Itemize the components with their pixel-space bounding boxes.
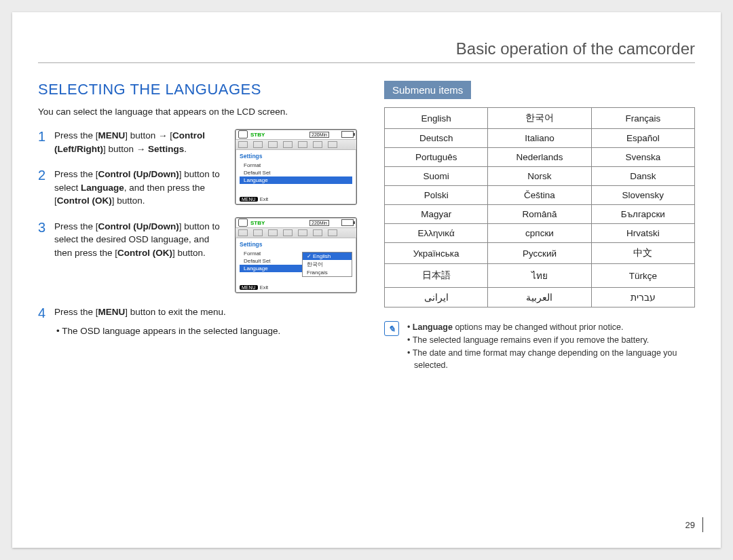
note-1: Language options may be changed without … [406,321,695,334]
language-cell: Türkçe [591,264,694,288]
language-cell: עברית [591,288,694,307]
language-cell: ไทย [488,264,591,288]
table-row: SuomiNorskDansk [385,167,695,186]
table-row: 日本語ไทยTürkçe [385,264,695,288]
language-popup: ✓English 한국어 Français [302,252,352,277]
step-text: Press the [Control (Up/Down)] button to … [54,168,223,208]
language-cell: српски [488,224,591,243]
step-4: 4 Press the [MENU] button to exit the me… [38,305,357,337]
popup-item-korean: 한국어 [303,260,352,269]
language-cell: Norsk [488,167,591,186]
right-column: Submenu items English한국어FrançaisDeutschI… [384,81,695,372]
language-cell: Русский [488,243,591,264]
language-cell: English [385,108,488,129]
step-2: 2 Press the [Control (Up/Down)] button t… [38,168,228,208]
menu-tag: MENU [240,285,258,290]
note-3: The date and time format may change depe… [406,347,695,373]
settings-heading: Settings [240,241,352,248]
menu-tag: MENU [240,197,258,202]
popup-item-francais: Français [303,269,352,276]
language-cell: Українська [385,243,488,264]
language-cell: Dansk [591,167,694,186]
language-cell: Nederlands [488,148,591,167]
step-text: Press the [Control (Up/Down)] button to … [54,220,223,260]
note-list: Language options may be changed without … [406,321,695,372]
language-cell: Čeština [488,186,591,205]
step-number: 1 [38,129,54,155]
status-stby: STBY [250,132,265,138]
language-cell: Slovensky [591,186,694,205]
popup-item-english-selected: ✓English [303,253,352,260]
language-cell: Italiano [488,129,591,148]
table-row: УкраїнськаРусский中文 [385,243,695,264]
step-1: 1 Press the [MENU] button → [Control (Le… [38,129,228,155]
table-row: ایرانیالعربيةעברית [385,288,695,307]
header-divider [38,62,695,63]
language-cell: Español [591,129,694,148]
menu-item-default-set: Default Set [240,169,352,176]
language-table: English한국어FrançaisDeutschItalianoEspañol… [384,107,695,307]
time-remaining: 220Min [309,220,329,226]
left-column: SELECTING THE LANGUAGES You can select t… [38,81,357,372]
footer-exit: MENUExit [240,196,268,202]
section-title: SELECTING THE LANGUAGES [38,81,357,98]
language-cell: Magyar [385,205,488,224]
submenu-items-label: Submenu items [384,81,471,99]
note-2: The selected language remains even if yo… [406,334,695,347]
table-row: ΕλληνικάсрпскиHrvatski [385,224,695,243]
language-cell: Deutsch [385,129,488,148]
battery-icon [341,219,354,226]
language-cell: العربية [488,288,591,307]
manual-page: Basic operation of the camcorder SELECTI… [12,12,721,548]
table-row: English한국어Français [385,108,695,129]
step-text: Press the [MENU] button to exit the menu… [54,305,357,337]
tab-icon-row [236,139,356,150]
language-cell: ایرانی [385,288,488,307]
time-remaining: 220Min [309,132,329,138]
step-3: 3 Press the [Control (Up/Down)] button t… [38,220,228,260]
exit-label: Exit [260,284,269,291]
language-cell: Português [385,148,488,167]
step-number: 3 [38,220,54,260]
sd-card-icon [238,219,248,227]
notes-block: ✎ Language options may be changed withou… [384,321,695,372]
screenshot-language-submenu: STBY 220Min Settings Format Default Set [235,217,357,293]
page-number: 29 [685,520,695,530]
camcorder-screenshots: STBY 220Min Settings Format Default Set [235,129,357,305]
language-cell: Polski [385,186,488,205]
chapter-title: Basic operation of the camcorder [38,39,695,62]
menu-item-language-selected: Language [240,176,352,184]
language-cell: Suomi [385,167,488,186]
step-number: 4 [38,305,54,337]
table-row: PolskiČeštinaSlovensky [385,186,695,205]
exit-label: Exit [260,196,269,202]
table-row: DeutschItalianoEspañol [385,129,695,148]
language-cell: Svenska [591,148,694,167]
language-cell: 中文 [591,243,694,264]
intro-text: You can select the language that appears… [38,107,357,117]
step-text: Press the [MENU] button → [Control (Left… [54,129,223,155]
step-sub-bullet: The OSD language appears in the selected… [54,324,357,338]
tab-icon-row [236,227,356,238]
language-cell: Română [488,205,591,224]
battery-icon [341,131,354,138]
table-row: PortuguêsNederlandsSvenska [385,148,695,167]
footer-exit: MENUExit [240,284,268,291]
language-cell: Français [591,108,694,129]
menu-item-format: Format [240,162,352,169]
screenshot-settings-menu: STBY 220Min Settings Format Default Set [235,129,357,205]
language-cell: Български [591,205,694,224]
language-cell: Ελληνικά [385,224,488,243]
settings-heading: Settings [240,153,352,160]
note-icon: ✎ [384,321,399,336]
table-row: MagyarRomânăБългарски [385,205,695,224]
sd-card-icon [238,130,248,138]
status-stby: STBY [250,220,265,226]
language-cell: 한국어 [488,108,591,129]
language-cell: 日本語 [385,264,488,288]
step-number: 2 [38,168,54,208]
language-cell: Hrvatski [591,224,694,243]
